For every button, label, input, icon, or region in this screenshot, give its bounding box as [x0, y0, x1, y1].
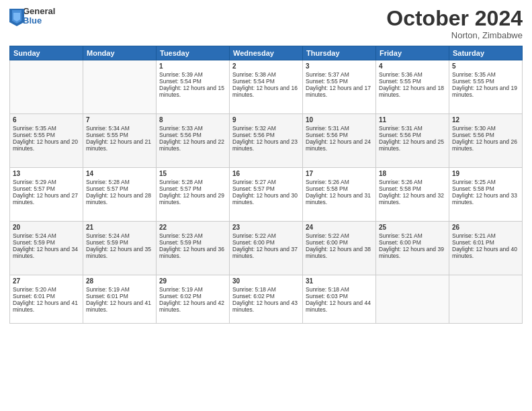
header: General Blue October 2024 Norton, Zimbab…	[9, 7, 523, 40]
day-number: 2	[232, 62, 300, 70]
calendar-cell: 7Sunrise: 5:34 AMSunset: 5:55 PMDaylight…	[83, 114, 157, 168]
day-number: 1	[159, 62, 226, 70]
sunrise-text: Sunrise: 5:30 AM	[452, 125, 519, 132]
day-number: 8	[159, 116, 226, 124]
daylight-text: Daylight: 12 hours and 16 minutes.	[232, 85, 300, 98]
daylight-text: Daylight: 12 hours and 15 minutes.	[159, 85, 226, 98]
logo-blue-text: Blue	[23, 16, 55, 26]
sunset-text: Sunset: 5:58 PM	[379, 185, 446, 192]
calendar-cell: 4Sunrise: 5:36 AMSunset: 5:55 PMDaylight…	[376, 60, 449, 114]
day-number: 27	[13, 277, 80, 285]
day-number: 19	[452, 170, 519, 177]
calendar-cell: 12Sunrise: 5:30 AMSunset: 5:56 PMDayligh…	[449, 114, 523, 168]
sunset-text: Sunset: 5:56 PM	[159, 132, 226, 138]
daylight-text: Daylight: 12 hours and 38 minutes.	[306, 246, 373, 259]
day-number: 24	[306, 224, 373, 231]
sunset-text: Sunset: 5:55 PM	[86, 132, 153, 138]
sunrise-text: Sunrise: 5:18 AM	[306, 286, 373, 293]
day-number: 29	[159, 277, 226, 285]
sunrise-text: Sunrise: 5:35 AM	[452, 71, 519, 78]
sunset-text: Sunset: 6:03 PM	[306, 293, 373, 300]
sunset-text: Sunset: 5:55 PM	[306, 78, 373, 85]
day-number: 23	[232, 224, 300, 231]
day-number: 4	[379, 62, 446, 70]
sunrise-text: Sunrise: 5:29 AM	[13, 179, 80, 185]
weekday-header: Friday	[376, 46, 449, 60]
calendar-cell: 26Sunrise: 5:21 AMSunset: 6:01 PMDayligh…	[449, 222, 523, 275]
sunrise-text: Sunrise: 5:22 AM	[232, 232, 300, 239]
sunrise-text: Sunrise: 5:36 AM	[379, 71, 446, 78]
daylight-text: Daylight: 12 hours and 20 minutes.	[13, 138, 80, 152]
page: General Blue October 2024 Norton, Zimbab…	[0, 0, 532, 411]
calendar-cell: 1Sunrise: 5:39 AMSunset: 5:54 PMDaylight…	[157, 60, 230, 114]
daylight-text: Daylight: 12 hours and 27 minutes.	[13, 192, 80, 205]
daylight-text: Daylight: 12 hours and 30 minutes.	[232, 192, 300, 205]
sunset-text: Sunset: 5:58 PM	[306, 185, 373, 192]
weekday-header: Sunday	[10, 46, 83, 60]
day-number: 13	[13, 170, 80, 177]
sunset-text: Sunset: 6:02 PM	[159, 293, 226, 300]
day-number: 12	[452, 116, 519, 124]
daylight-text: Daylight: 12 hours and 23 minutes.	[232, 138, 300, 152]
calendar-cell: 3Sunrise: 5:37 AMSunset: 5:55 PMDaylight…	[303, 60, 376, 114]
calendar-cell: 24Sunrise: 5:22 AMSunset: 6:00 PMDayligh…	[303, 222, 376, 275]
daylight-text: Daylight: 12 hours and 43 minutes.	[232, 300, 300, 313]
calendar-cell: 8Sunrise: 5:33 AMSunset: 5:56 PMDaylight…	[157, 114, 230, 168]
calendar: SundayMondayTuesdayWednesdayThursdayFrid…	[9, 46, 523, 324]
sunrise-text: Sunrise: 5:19 AM	[159, 286, 226, 293]
logo-general-text: General	[23, 7, 55, 16]
day-number: 16	[232, 170, 300, 177]
daylight-text: Daylight: 12 hours and 17 minutes.	[306, 85, 373, 98]
calendar-cell: 10Sunrise: 5:31 AMSunset: 5:56 PMDayligh…	[303, 114, 376, 168]
day-number: 21	[86, 224, 153, 231]
sunrise-text: Sunrise: 5:24 AM	[13, 232, 80, 239]
logo: General Blue	[9, 7, 55, 26]
sunset-text: Sunset: 5:56 PM	[379, 132, 446, 138]
day-number: 20	[13, 224, 80, 231]
day-number: 30	[232, 277, 300, 285]
calendar-cell	[83, 60, 157, 114]
logo-icon	[9, 9, 21, 24]
sunset-text: Sunset: 5:54 PM	[232, 78, 300, 85]
day-number: 14	[86, 170, 153, 177]
sunset-text: Sunset: 5:55 PM	[379, 78, 446, 85]
sunrise-text: Sunrise: 5:26 AM	[379, 179, 446, 185]
sunrise-text: Sunrise: 5:26 AM	[306, 179, 373, 185]
day-number: 11	[379, 116, 446, 124]
month-title: October 2024	[386, 7, 523, 30]
sunset-text: Sunset: 6:00 PM	[232, 239, 300, 246]
sunrise-text: Sunrise: 5:38 AM	[232, 71, 300, 78]
sunrise-text: Sunrise: 5:21 AM	[379, 232, 446, 239]
sunrise-text: Sunrise: 5:35 AM	[13, 125, 80, 132]
sunset-text: Sunset: 6:00 PM	[306, 239, 373, 246]
calendar-cell: 17Sunrise: 5:26 AMSunset: 5:58 PMDayligh…	[303, 168, 376, 222]
weekday-header: Saturday	[449, 46, 523, 60]
sunrise-text: Sunrise: 5:22 AM	[306, 232, 373, 239]
sunset-text: Sunset: 5:56 PM	[452, 132, 519, 138]
sunrise-text: Sunrise: 5:27 AM	[232, 179, 300, 185]
calendar-cell	[376, 275, 449, 324]
calendar-cell: 16Sunrise: 5:27 AMSunset: 5:57 PMDayligh…	[230, 168, 303, 222]
day-number: 17	[306, 170, 373, 177]
weekday-header: Monday	[83, 46, 157, 60]
calendar-cell: 20Sunrise: 5:24 AMSunset: 5:59 PMDayligh…	[10, 222, 83, 275]
location: Norton, Zimbabwe	[386, 30, 523, 40]
sunset-text: Sunset: 5:56 PM	[306, 132, 373, 138]
sunrise-text: Sunrise: 5:31 AM	[379, 125, 446, 132]
calendar-cell: 15Sunrise: 5:28 AMSunset: 5:57 PMDayligh…	[157, 168, 230, 222]
sunset-text: Sunset: 6:02 PM	[232, 293, 300, 300]
day-number: 28	[86, 277, 153, 285]
logo-text: General Blue	[23, 7, 55, 26]
daylight-text: Daylight: 12 hours and 41 minutes.	[86, 300, 153, 313]
day-number: 26	[452, 224, 519, 231]
day-number: 10	[306, 116, 373, 124]
weekday-header: Wednesday	[230, 46, 303, 60]
daylight-text: Daylight: 12 hours and 34 minutes.	[13, 246, 80, 259]
sunset-text: Sunset: 5:55 PM	[452, 78, 519, 85]
title-block: October 2024 Norton, Zimbabwe	[386, 7, 523, 40]
daylight-text: Daylight: 12 hours and 29 minutes.	[159, 192, 226, 205]
calendar-cell: 11Sunrise: 5:31 AMSunset: 5:56 PMDayligh…	[376, 114, 449, 168]
calendar-cell: 5Sunrise: 5:35 AMSunset: 5:55 PMDaylight…	[449, 60, 523, 114]
sunrise-text: Sunrise: 5:39 AM	[159, 71, 226, 78]
sunrise-text: Sunrise: 5:24 AM	[86, 232, 153, 239]
